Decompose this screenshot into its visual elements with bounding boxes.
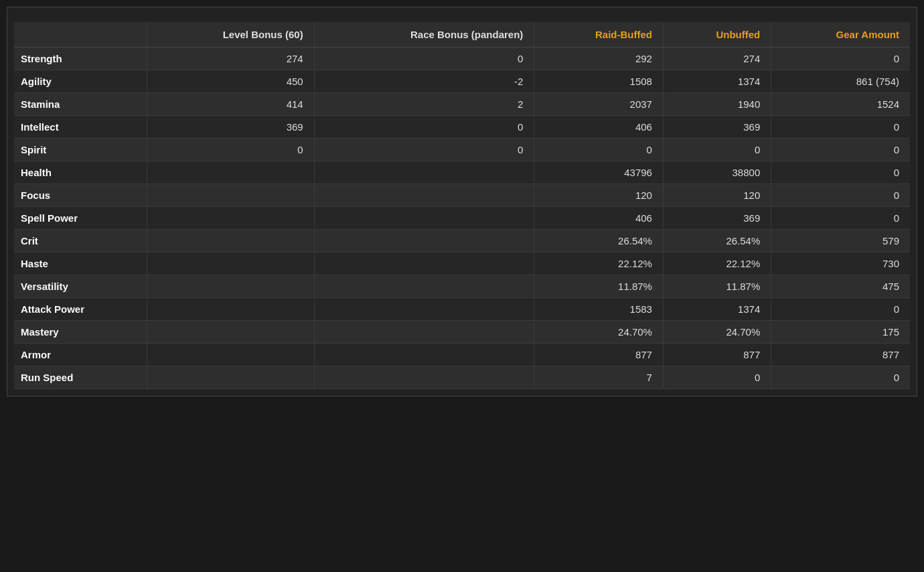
cell-race_bonus	[314, 366, 534, 389]
cell-level_bonus: 414	[147, 93, 314, 116]
table-header-row: Level Bonus (60)Race Bonus (pandaren)Rai…	[14, 22, 910, 48]
cell-stat: Focus	[14, 184, 147, 207]
cell-level_bonus	[147, 230, 314, 253]
cell-stat: Armor	[14, 344, 147, 366]
cell-raid_buffed: 26.54%	[534, 230, 664, 253]
cell-raid_buffed: 43796	[534, 161, 664, 184]
table-row: Attack Power158313740	[14, 298, 910, 321]
cell-raid_buffed: 877	[534, 344, 664, 366]
cell-level_bonus	[147, 275, 314, 298]
cell-level_bonus	[147, 321, 314, 344]
table-row: Spirit00000	[14, 139, 910, 161]
cell-race_bonus	[314, 298, 534, 321]
col-header-raid_buffed: Raid-Buffed	[534, 22, 664, 48]
table-row: Stamina4142203719401524	[14, 93, 910, 116]
table-row: Agility450-215081374861 (754)	[14, 70, 910, 93]
cell-unbuffed: 0	[663, 366, 771, 389]
cell-stat: Haste	[14, 253, 147, 275]
cell-raid_buffed: 292	[534, 48, 664, 70]
cell-race_bonus	[314, 321, 534, 344]
cell-raid_buffed: 11.87%	[534, 275, 664, 298]
cell-gear_amount: 0	[771, 116, 910, 139]
cell-race_bonus: 2	[314, 93, 534, 116]
cell-unbuffed: 369	[663, 116, 771, 139]
cell-raid_buffed: 0	[534, 139, 664, 161]
cell-raid_buffed: 22.12%	[534, 253, 664, 275]
cell-race_bonus	[314, 207, 534, 230]
cell-level_bonus: 0	[147, 139, 314, 161]
cell-level_bonus: 274	[147, 48, 314, 70]
table-row: Haste22.12%22.12%730	[14, 253, 910, 275]
cell-unbuffed: 120	[663, 184, 771, 207]
cell-level_bonus	[147, 344, 314, 366]
cell-stat: Attack Power	[14, 298, 147, 321]
cell-unbuffed: 877	[663, 344, 771, 366]
cell-unbuffed: 0	[663, 139, 771, 161]
cell-gear_amount: 579	[771, 230, 910, 253]
cell-stat: Versatility	[14, 275, 147, 298]
cell-gear_amount: 0	[771, 366, 910, 389]
cell-unbuffed: 1940	[663, 93, 771, 116]
cell-gear_amount: 861 (754)	[771, 70, 910, 93]
cell-raid_buffed: 1508	[534, 70, 664, 93]
cell-unbuffed: 22.12%	[663, 253, 771, 275]
cell-level_bonus	[147, 253, 314, 275]
col-header-gear_amount: Gear Amount	[771, 22, 910, 48]
cell-gear_amount: 0	[771, 161, 910, 184]
table-row: Versatility11.87%11.87%475	[14, 275, 910, 298]
cell-gear_amount: 877	[771, 344, 910, 366]
cell-raid_buffed: 120	[534, 184, 664, 207]
cell-stat: Spirit	[14, 139, 147, 161]
cell-unbuffed: 26.54%	[663, 230, 771, 253]
cell-raid_buffed: 406	[534, 207, 664, 230]
cell-race_bonus: 0	[314, 48, 534, 70]
cell-gear_amount: 0	[771, 48, 910, 70]
cell-race_bonus	[314, 275, 534, 298]
cell-gear_amount: 0	[771, 184, 910, 207]
cell-raid_buffed: 7	[534, 366, 664, 389]
cell-stat: Intellect	[14, 116, 147, 139]
cell-unbuffed: 11.87%	[663, 275, 771, 298]
table-row: Strength27402922740	[14, 48, 910, 70]
cell-race_bonus	[314, 344, 534, 366]
table-row: Run Speed700	[14, 366, 910, 389]
table-row: Spell Power4063690	[14, 207, 910, 230]
cell-gear_amount: 0	[771, 139, 910, 161]
cell-level_bonus	[147, 184, 314, 207]
table-row: Intellect36904063690	[14, 116, 910, 139]
cell-raid_buffed: 2037	[534, 93, 664, 116]
cell-race_bonus: 0	[314, 116, 534, 139]
cell-stat: Agility	[14, 70, 147, 93]
cell-stat: Crit	[14, 230, 147, 253]
cell-level_bonus	[147, 161, 314, 184]
cell-unbuffed: 38800	[663, 161, 771, 184]
cell-gear_amount: 1524	[771, 93, 910, 116]
cell-gear_amount: 730	[771, 253, 910, 275]
cell-stat: Health	[14, 161, 147, 184]
col-header-level_bonus: Level Bonus (60)	[147, 22, 314, 48]
cell-race_bonus: 0	[314, 139, 534, 161]
cell-gear_amount: 175	[771, 321, 910, 344]
cell-stat: Stamina	[14, 93, 147, 116]
cell-raid_buffed: 1583	[534, 298, 664, 321]
table-row: Crit26.54%26.54%579	[14, 230, 910, 253]
cell-unbuffed: 1374	[663, 298, 771, 321]
cell-raid_buffed: 406	[534, 116, 664, 139]
cell-level_bonus	[147, 298, 314, 321]
cell-stat: Run Speed	[14, 366, 147, 389]
col-header-unbuffed: Unbuffed	[663, 22, 771, 48]
cell-unbuffed: 24.70%	[663, 321, 771, 344]
cell-stat: Mastery	[14, 321, 147, 344]
col-header-race_bonus: Race Bonus (pandaren)	[314, 22, 534, 48]
cell-race_bonus	[314, 161, 534, 184]
cell-unbuffed: 369	[663, 207, 771, 230]
cell-gear_amount: 0	[771, 207, 910, 230]
cell-gear_amount: 0	[771, 298, 910, 321]
cell-unbuffed: 274	[663, 48, 771, 70]
cell-raid_buffed: 24.70%	[534, 321, 664, 344]
stats-table: Level Bonus (60)Race Bonus (pandaren)Rai…	[14, 22, 910, 389]
cell-gear_amount: 475	[771, 275, 910, 298]
table-row: Mastery24.70%24.70%175	[14, 321, 910, 344]
cell-level_bonus	[147, 366, 314, 389]
cell-race_bonus	[314, 230, 534, 253]
